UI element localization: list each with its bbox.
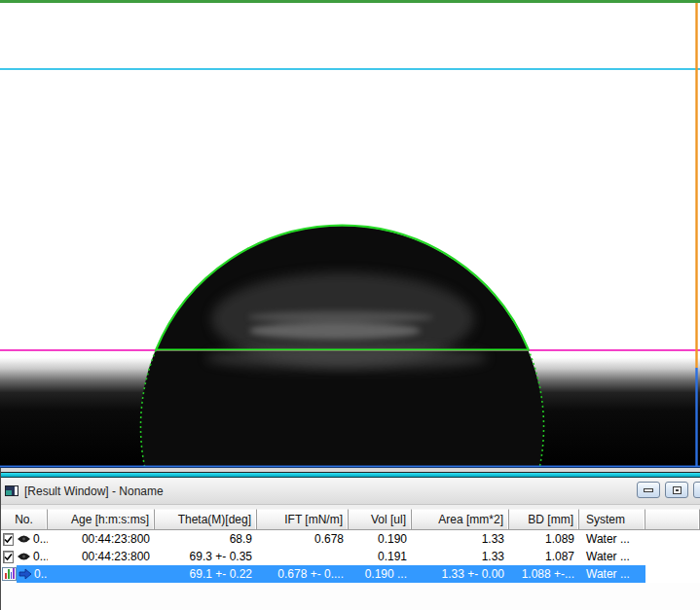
eye-icon <box>17 552 31 561</box>
cell-system: Water ... <box>579 565 645 583</box>
table-row[interactable]: 0... 00:44:23:800 68.9 0.678 0.190 1.33 … <box>1 530 700 548</box>
cell-system: Water ... <box>579 548 645 565</box>
cell-vol: 0.190 ... <box>349 565 412 583</box>
cell-bd: 1.088 +-... <box>509 565 579 583</box>
cell-age: 00:44:23:800 <box>48 548 155 565</box>
cell-ift: 0.678 <box>257 530 349 548</box>
minimize-button[interactable] <box>637 482 660 498</box>
cell-vol: 0.190 <box>349 530 412 548</box>
minimize-icon <box>644 488 653 492</box>
header-empty[interactable] <box>645 509 700 530</box>
result-window-icon <box>5 485 18 496</box>
cell-bd: 1.089 <box>509 530 579 548</box>
arrow-right-icon <box>18 568 32 580</box>
row-checkbox-checked[interactable] <box>3 533 14 546</box>
cell-area: 1.33 <box>412 548 509 565</box>
header-system[interactable]: System <box>579 509 645 530</box>
cell-age: 00:44:23:800 <box>48 530 155 548</box>
result-window-title: [Result Window] - Noname <box>24 484 164 498</box>
result-table-body: 0... 00:44:23:800 68.9 0.678 0.190 1.33 … <box>1 530 700 583</box>
drop-camera-view <box>0 0 700 468</box>
header-age[interactable]: Age [h:m:s:ms] <box>48 509 155 530</box>
cell-system: Water ... <box>579 530 645 548</box>
row-number: 0... <box>34 565 48 583</box>
table-row-selected[interactable]: 0... 69.1 +- 0.22 0.678 +- 0.... 0.190 .… <box>1 565 700 583</box>
row-number: 0... <box>33 548 48 565</box>
restore-button[interactable] <box>665 482 688 498</box>
header-area[interactable]: Area [mm*2] <box>412 509 509 530</box>
restore-icon <box>673 486 682 494</box>
header-ift[interactable]: IFT [mN/m] <box>257 509 349 530</box>
cell-bd: 1.087 <box>509 548 579 565</box>
cell-age <box>48 565 155 583</box>
drop-image <box>0 0 700 468</box>
cell-theta: 69.1 +- 0.22 <box>155 565 257 583</box>
cell-ift <box>257 548 349 565</box>
header-bd[interactable]: BD [mm] <box>509 509 579 530</box>
result-window: [Result Window] - Noname No. Age [h:m:s:… <box>0 468 700 610</box>
eye-icon <box>17 534 31 544</box>
cell-vol: 0.191 <box>349 548 412 565</box>
cell-area: 1.33 +- 0.00 <box>412 565 509 583</box>
row-checkbox-checked[interactable] <box>3 551 14 563</box>
cell-theta: 68.9 <box>155 530 257 548</box>
header-vol[interactable]: Vol [ul] <box>349 509 412 530</box>
result-window-empty-area <box>1 583 700 610</box>
table-row[interactable]: 0... 00:44:23:800 69.3 +- 0.35 0.191 1.3… <box>1 548 700 565</box>
cell-theta: 69.3 +- 0.35 <box>155 548 257 565</box>
bar-chart-icon <box>2 567 17 581</box>
header-no[interactable]: No. <box>1 509 48 530</box>
close-button[interactable] <box>693 482 700 498</box>
row-number: 0... <box>33 530 48 548</box>
cell-ift: 0.678 +- 0.... <box>257 565 349 583</box>
header-theta[interactable]: Theta(M)[deg] <box>155 509 257 530</box>
cell-area: 1.33 <box>412 530 509 548</box>
result-table-header: No. Age [h:m:s:ms] Theta(M)[deg] IFT [mN… <box>1 509 700 530</box>
result-window-titlebar[interactable]: [Result Window] - Noname <box>1 478 700 505</box>
